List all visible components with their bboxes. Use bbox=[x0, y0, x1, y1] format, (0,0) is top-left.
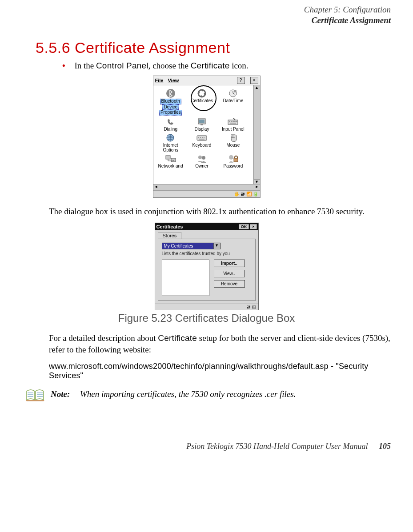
bullet-text-2: , choose the bbox=[148, 61, 191, 70]
svg-point-14 bbox=[229, 155, 233, 160]
icon-display[interactable]: Display bbox=[186, 116, 217, 132]
paragraph-1: The dialogue box is used in conjunction … bbox=[49, 206, 391, 217]
svg-rect-7 bbox=[228, 120, 238, 124]
dialog-title: Certificates bbox=[156, 224, 183, 229]
icon-dialing[interactable]: Dialing bbox=[155, 116, 186, 132]
tab-stores[interactable]: Stores bbox=[158, 232, 182, 239]
icon-label: Password bbox=[223, 164, 243, 169]
icon-label: Network and bbox=[158, 164, 183, 169]
icon-label: Mouse bbox=[226, 143, 240, 148]
icon-bluetooth[interactable]: Bluetooth Device Properties bbox=[155, 88, 186, 116]
control-panel-window: File View ? × Bluetooth Device Propertie… bbox=[153, 76, 261, 198]
combo-hint: Lists the certificates trusted by you bbox=[162, 251, 252, 256]
close-button[interactable]: × bbox=[250, 224, 257, 229]
svg-rect-10 bbox=[166, 156, 170, 159]
certificates-dialog: Certificates OK × Stores My Certificates… bbox=[155, 223, 259, 311]
svg-point-12 bbox=[198, 156, 202, 159]
reference-url: www.microsoft.com/windows2000/techinfo/p… bbox=[49, 362, 391, 380]
bullet-icon: • bbox=[62, 61, 65, 70]
icon-input-panel[interactable]: Input Panel bbox=[217, 116, 249, 132]
combo-value: My Certificates bbox=[162, 243, 213, 249]
header-chapter: Chapter 5: Configuration bbox=[22, 4, 391, 15]
note-book-icon bbox=[26, 388, 44, 402]
section-heading: 5.5.6 Certificate Assignment bbox=[36, 39, 391, 56]
tray-icon: 🖳 bbox=[246, 304, 251, 309]
icon-label: Input Panel bbox=[222, 127, 245, 132]
icon-mouse[interactable]: Mouse bbox=[217, 132, 249, 152]
note-label: Note: bbox=[51, 389, 70, 399]
svg-rect-5 bbox=[199, 120, 204, 123]
highlight-circle bbox=[191, 85, 217, 111]
figure-caption: Figure 5.23 Certificates Dialogue Box bbox=[22, 312, 391, 324]
svg-rect-9 bbox=[197, 136, 207, 140]
svg-point-3 bbox=[234, 90, 237, 92]
menu-view[interactable]: View bbox=[168, 78, 179, 83]
icon-label: Bluetooth bbox=[160, 99, 181, 104]
ok-button[interactable]: OK bbox=[239, 224, 249, 229]
icon-internet-options[interactable]: Internet Options bbox=[155, 132, 186, 152]
vertical-scrollbar[interactable]: ▲ ▼ bbox=[253, 85, 260, 184]
import-button[interactable]: Import.. bbox=[214, 260, 245, 267]
view-button[interactable]: View.. bbox=[214, 270, 245, 277]
icon-keyboard[interactable]: Keyboard bbox=[186, 132, 217, 152]
tray-icon: 🖳 bbox=[241, 192, 245, 196]
ui-ref-certificate: Certificate bbox=[191, 61, 230, 70]
icon-network[interactable]: Network and bbox=[155, 153, 186, 169]
svg-rect-6 bbox=[200, 124, 203, 125]
note-text: Note: When importing certificates, the 7… bbox=[51, 389, 296, 399]
bullet-text-1: In the bbox=[74, 61, 96, 70]
menu-file[interactable]: File bbox=[155, 78, 164, 83]
tray-icon: 📶 bbox=[246, 192, 252, 196]
page-number: 105 bbox=[379, 442, 391, 451]
icon-label: Dialing bbox=[164, 127, 177, 132]
bullet-text-3: icon. bbox=[229, 61, 248, 70]
remove-button[interactable]: Remove bbox=[214, 280, 245, 288]
help-button[interactable]: ? bbox=[237, 77, 245, 84]
svg-point-13 bbox=[202, 156, 205, 160]
system-tray: 🖐 🖳 📶 🔋 bbox=[153, 190, 260, 197]
tray-icon: 🔋 bbox=[253, 192, 258, 196]
icon-label: Device bbox=[162, 104, 179, 110]
icon-owner[interactable]: Owner bbox=[186, 153, 217, 169]
store-combo[interactable]: My Certificates ▼ bbox=[162, 243, 221, 249]
footer-text: Psion Teklogix 7530 Hand-Held Computer U… bbox=[186, 442, 368, 451]
instruction-bullet: • In the Control Panel, choose the Certi… bbox=[62, 60, 391, 72]
ui-ref-control-panel: Control Panel bbox=[96, 61, 148, 70]
paragraph-2: For a detailed description about Certifi… bbox=[49, 332, 391, 355]
icon-label: Properties bbox=[159, 110, 182, 116]
chevron-down-icon[interactable]: ▼ bbox=[213, 243, 220, 249]
icon-label: Keyboard bbox=[192, 143, 212, 148]
header-section: Certificate Assignment bbox=[22, 15, 391, 26]
icon-password[interactable]: Password bbox=[217, 153, 249, 169]
tray-icon: 🖂 bbox=[252, 304, 257, 309]
icon-label: Date/Time bbox=[223, 99, 243, 104]
icon-datetime[interactable]: Date/Time bbox=[217, 88, 249, 116]
icon-label: Owner bbox=[195, 164, 208, 169]
close-button[interactable]: × bbox=[250, 77, 258, 84]
tray-icon: 🖐 bbox=[234, 192, 239, 196]
cert-listbox[interactable] bbox=[162, 260, 209, 296]
horizontal-scrollbar[interactable]: ◄► bbox=[153, 184, 260, 190]
icon-label: Display bbox=[195, 127, 209, 132]
ui-ref-certificate: Certificate bbox=[158, 333, 197, 343]
svg-rect-15 bbox=[234, 158, 238, 162]
system-tray: 🖳 🖂 bbox=[155, 304, 258, 310]
icon-label: Options bbox=[163, 148, 178, 153]
